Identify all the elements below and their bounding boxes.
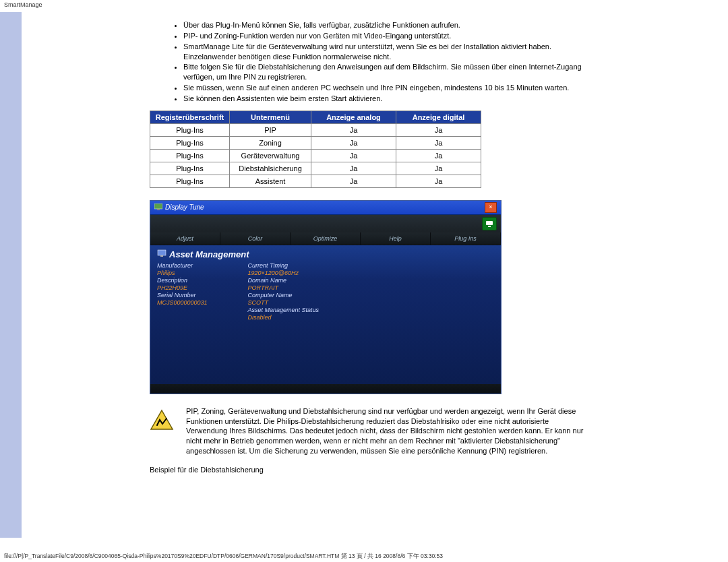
cell: Ja	[311, 162, 396, 175]
cell: Diebstahlsicherung	[230, 162, 311, 175]
cell: Plug-Ins	[150, 175, 230, 187]
field-label: Serial Number	[157, 292, 208, 299]
tab-adjust[interactable]: Adjust	[150, 232, 220, 245]
cell: Zoning	[230, 136, 311, 149]
cell: Ja	[396, 136, 481, 149]
field-value: PH22H09E	[157, 284, 208, 291]
page-label: SmartManage	[0, 0, 728, 9]
field-label: Current Timing	[248, 262, 320, 269]
cell: Assistent	[230, 175, 311, 187]
list-item: Sie müssen, wenn Sie auf einen anderen P…	[183, 83, 590, 93]
cell: Plug-Ins	[150, 162, 230, 175]
svg-rect-4	[158, 250, 166, 255]
panel-heading-text: Asset Management	[169, 249, 249, 259]
table-header-row: Registerüberschrift Untermenü Anzeige an…	[150, 111, 481, 123]
panel-heading: Asset Management	[157, 249, 494, 259]
panel-tabs: Adjust Color Optimize Help Plug Ins	[150, 232, 501, 245]
cell: Ja	[311, 136, 396, 149]
svg-marker-6	[151, 410, 173, 429]
tab-color[interactable]: Color	[220, 232, 291, 245]
th-analog: Anzeige analog	[311, 111, 396, 123]
cell: Ja	[396, 175, 481, 187]
cell: Ja	[311, 175, 396, 187]
field-value: Disabled	[248, 314, 320, 321]
field-label: Manufacturer	[157, 262, 208, 269]
warning-text: PIP, Zoning, Geräteverwaltung und Diebst…	[186, 406, 590, 456]
close-icon[interactable]: ×	[485, 202, 497, 213]
main-content: Über das Plug-In-Menü können Sie, falls …	[22, 12, 613, 538]
monitor-icon	[154, 204, 162, 212]
panel-titlebar: Display Tune ×	[150, 201, 501, 215]
cell: Geräteverwaltung	[230, 149, 311, 162]
svg-rect-3	[488, 226, 491, 227]
svg-rect-2	[486, 221, 493, 225]
cell: Ja	[396, 123, 481, 136]
monitor-status-icon	[482, 217, 497, 230]
list-item: PIP- und Zoning-Funktion werden nur von …	[183, 31, 590, 41]
tab-plugins[interactable]: Plug Ins	[431, 232, 501, 245]
panel-right-column: Current Timing 1920×1200@60Hz Domain Nam…	[248, 262, 320, 321]
field-label: Computer Name	[248, 292, 320, 299]
left-sidebar	[0, 12, 22, 538]
table-row: Plug-Ins Geräteverwaltung Ja Ja	[150, 149, 481, 162]
panel-body: Asset Management Manufacturer Philips De…	[150, 245, 501, 384]
cell: Ja	[311, 123, 396, 136]
table-row: Plug-Ins Assistent Ja Ja	[150, 175, 481, 187]
field-value: SCOTT	[248, 299, 320, 306]
cell: Plug-Ins	[150, 136, 230, 149]
table-row: Plug-Ins Zoning Ja Ja	[150, 136, 481, 149]
warning-block: PIP, Zoning, Geräteverwaltung und Diebst…	[150, 406, 590, 456]
table-row: Plug-Ins PIP Ja Ja	[150, 123, 481, 136]
field-value: Philips	[157, 270, 208, 276]
panel-title-text: Display Tune	[165, 204, 204, 211]
svg-rect-5	[160, 255, 163, 257]
svg-rect-1	[157, 209, 160, 210]
field-label: Asset Management Status	[248, 307, 320, 313]
warning-icon	[150, 409, 174, 432]
cell: Ja	[311, 149, 396, 162]
cell: Plug-Ins	[150, 123, 230, 136]
cell: PIP	[230, 123, 311, 136]
tab-help[interactable]: Help	[361, 232, 431, 245]
list-item: SmartManage Lite für die Geräteverwaltun…	[183, 42, 590, 62]
cell: Ja	[396, 149, 481, 162]
caption: Beispiel für die Diebstahlsicherung	[150, 466, 590, 474]
field-value: PORTRAIT	[248, 284, 320, 291]
table-row: Plug-Ins Diebstahlsicherung Ja Ja	[150, 162, 481, 175]
list-item: Bitte folgen Sie für die Diebstahlsicher…	[183, 62, 590, 82]
tab-optimize[interactable]: Optimize	[291, 232, 361, 245]
asset-icon	[157, 249, 166, 259]
field-label: Description	[157, 277, 208, 284]
cell: Ja	[396, 162, 481, 175]
th-digital: Anzeige digital	[396, 111, 481, 123]
cell: Plug-Ins	[150, 149, 230, 162]
svg-rect-0	[154, 204, 162, 209]
field-value: 1920×1200@60Hz	[248, 270, 320, 276]
field-value: MCJS0000000031	[157, 299, 208, 306]
th-register: Registerüberschrift	[150, 111, 230, 123]
display-tune-panel: Display Tune × Adjust Color Optimize Hel…	[150, 200, 502, 394]
field-label: Domain Name	[248, 277, 320, 284]
list-item: Über das Plug-In-Menü können Sie, falls …	[183, 20, 590, 30]
bullet-list: Über das Plug-In-Menü können Sie, falls …	[150, 20, 590, 104]
panel-toolbar	[150, 215, 501, 232]
plugin-table: Registerüberschrift Untermenü Anzeige an…	[150, 111, 481, 188]
panel-left-column: Manufacturer Philips Description PH22H09…	[157, 262, 208, 321]
panel-footer	[150, 384, 501, 394]
list-item: Sie können den Assistenten wie beim erst…	[183, 94, 590, 104]
th-submenu: Untermenü	[230, 111, 311, 123]
